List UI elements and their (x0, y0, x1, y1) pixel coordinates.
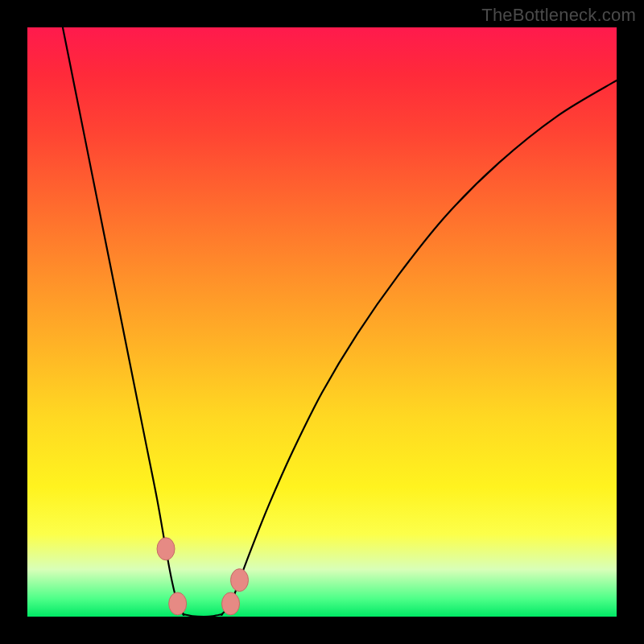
marker-right-lower (222, 592, 240, 615)
marker-left-lower (169, 592, 187, 615)
marker-left-upper (157, 538, 175, 560)
attribution-label: TheBottleneck.com (481, 5, 636, 26)
bottleneck-curve (63, 27, 617, 617)
plot-area (27, 27, 617, 617)
marker-right-upper (231, 569, 249, 592)
chart-svg (27, 27, 617, 617)
outer-frame: TheBottleneck.com (0, 0, 644, 644)
